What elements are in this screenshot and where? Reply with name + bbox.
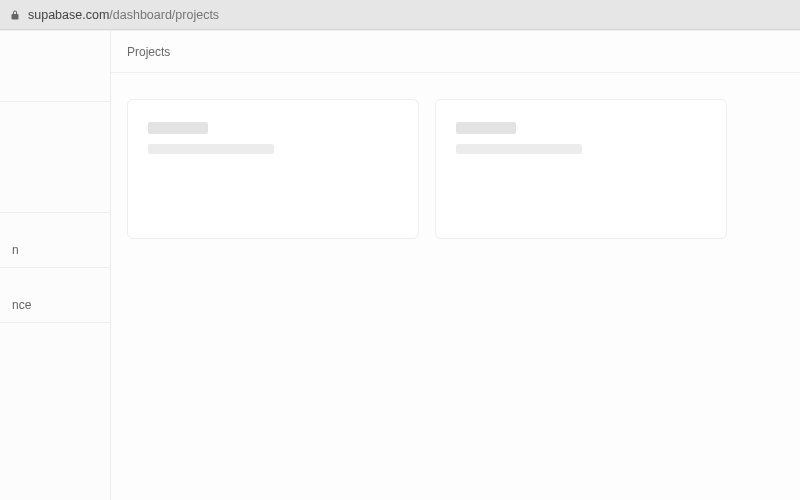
sidebar-item-label: nce bbox=[12, 298, 31, 312]
sidebar-item-label: n bbox=[12, 243, 19, 257]
skeleton-line bbox=[456, 122, 516, 134]
project-card-skeleton[interactable] bbox=[435, 99, 727, 239]
skeleton-line bbox=[148, 122, 208, 134]
url-path: /dashboard/projects bbox=[109, 8, 219, 22]
project-card-skeleton[interactable] bbox=[127, 99, 419, 239]
sidebar-item[interactable]: nce bbox=[0, 268, 110, 323]
skeleton-line bbox=[456, 144, 582, 154]
url-text: supabase.com/dashboard/projects bbox=[28, 8, 219, 22]
sidebar-item[interactable] bbox=[0, 102, 110, 213]
sidebar-item[interactable] bbox=[0, 323, 110, 373]
sidebar-item[interactable]: n bbox=[0, 213, 110, 268]
sidebar-item[interactable] bbox=[0, 31, 110, 102]
main-area: Projects bbox=[111, 31, 800, 500]
browser-address-bar[interactable]: supabase.com/dashboard/projects bbox=[0, 0, 800, 30]
skeleton-line bbox=[148, 144, 274, 154]
app-shell: n nce Projects bbox=[0, 30, 800, 500]
breadcrumb: Projects bbox=[127, 45, 170, 59]
lock-icon bbox=[8, 8, 22, 22]
url-host: supabase.com bbox=[28, 8, 109, 22]
projects-grid bbox=[111, 73, 800, 265]
topbar: Projects bbox=[111, 31, 800, 73]
sidebar: n nce bbox=[0, 31, 111, 500]
